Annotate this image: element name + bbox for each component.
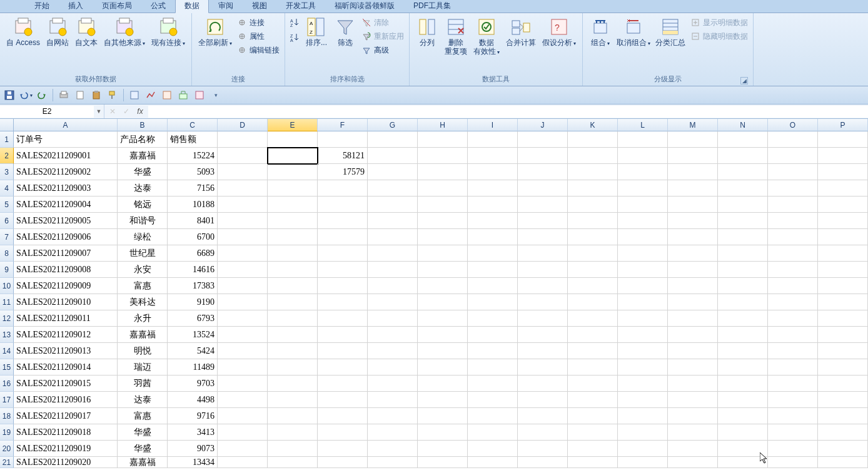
cell-E6[interactable] (268, 213, 318, 229)
tab-开发工具[interactable]: 开发工具 (276, 0, 325, 13)
cell-N9[interactable] (718, 262, 768, 278)
cell-H9[interactable] (418, 262, 468, 278)
cell-I8[interactable] (468, 245, 518, 262)
row-header-14[interactable]: 14 (0, 343, 14, 359)
cell-N20[interactable] (718, 441, 768, 457)
new-button[interactable] (73, 88, 87, 102)
cell-A21[interactable]: SALES20211209020 (14, 457, 118, 468)
cell-P8[interactable] (818, 245, 868, 262)
cell-G20[interactable] (368, 441, 418, 457)
cell-N6[interactable] (718, 213, 768, 229)
cell-P20[interactable] (818, 441, 868, 457)
cell-N5[interactable] (718, 197, 768, 213)
cell-L21[interactable] (618, 457, 668, 468)
cell-P21[interactable] (818, 457, 868, 468)
cell-B11[interactable]: 美科达 (118, 294, 168, 310)
cell-E19[interactable] (268, 424, 318, 441)
cell-P19[interactable] (818, 424, 868, 441)
col-header-O[interactable]: O (768, 119, 818, 131)
cell-H13[interactable] (418, 327, 468, 343)
cell-O6[interactable] (768, 213, 818, 229)
cell-E10[interactable] (268, 278, 318, 294)
cell-K13[interactable] (568, 327, 618, 343)
cell-F9[interactable] (318, 262, 368, 278)
datatool-0[interactable]: 分列 (413, 16, 441, 48)
cell-K3[interactable] (568, 164, 618, 180)
cell-J20[interactable] (518, 441, 568, 457)
cell-I4[interactable] (468, 180, 518, 197)
cell-H7[interactable] (418, 229, 468, 245)
cell-J17[interactable] (518, 392, 568, 408)
datatool-3[interactable]: 合并计算 (503, 16, 538, 48)
cell-H3[interactable] (418, 164, 468, 180)
name-box-dropdown[interactable]: ▼ (94, 108, 104, 115)
cell-F7[interactable] (318, 229, 368, 245)
cell-I6[interactable] (468, 213, 518, 229)
cell-P9[interactable] (818, 262, 868, 278)
cell-N2[interactable] (718, 148, 768, 164)
col-header-J[interactable]: J (518, 119, 568, 131)
tab-页面布局[interactable]: 页面布局 (93, 0, 141, 13)
cell-N19[interactable] (718, 424, 768, 441)
cell-M4[interactable] (668, 180, 718, 197)
cell-D17[interactable] (218, 392, 268, 408)
cell-K11[interactable] (568, 294, 618, 310)
cell-N4[interactable] (718, 180, 768, 197)
cell-H17[interactable] (418, 392, 468, 408)
ext-data-4[interactable]: 现有连接▾ (149, 16, 188, 49)
cell-K18[interactable] (568, 408, 618, 424)
cell-K10[interactable] (568, 278, 618, 294)
cell-B1[interactable]: 产品名称 (118, 131, 168, 148)
cell-F2[interactable]: 58121 (318, 148, 368, 164)
cell-E18[interactable] (268, 408, 318, 424)
cell-F19[interactable] (318, 424, 368, 441)
qat-button-3[interactable] (160, 88, 174, 102)
cell-M11[interactable] (668, 294, 718, 310)
cell-L3[interactable] (618, 164, 668, 180)
cell-A8[interactable]: SALES20211209007 (14, 245, 118, 262)
cell-I21[interactable] (468, 457, 518, 468)
cell-L11[interactable] (618, 294, 668, 310)
cell-P10[interactable] (818, 278, 868, 294)
row-header-16[interactable]: 16 (0, 375, 14, 392)
cell-L6[interactable] (618, 213, 668, 229)
cell-F8[interactable] (318, 245, 368, 262)
ext-data-0[interactable]: 自 Access (4, 16, 43, 48)
cell-G14[interactable] (368, 343, 418, 359)
cell-M9[interactable] (668, 262, 718, 278)
qat-button-2[interactable] (144, 88, 158, 102)
cell-E4[interactable] (268, 180, 318, 197)
cell-E16[interactable] (268, 375, 318, 392)
cell-J6[interactable] (518, 213, 568, 229)
cell-I15[interactable] (468, 359, 518, 375)
cell-H8[interactable] (418, 245, 468, 262)
row-header-13[interactable]: 13 (0, 327, 14, 343)
cell-B8[interactable]: 世纪星 (118, 245, 168, 262)
cell-F6[interactable] (318, 213, 368, 229)
cell-B16[interactable]: 羽茜 (118, 375, 168, 392)
cell-M20[interactable] (668, 441, 718, 457)
cell-I20[interactable] (468, 441, 518, 457)
cell-E2[interactable] (268, 148, 318, 164)
cell-D2[interactable] (218, 148, 268, 164)
cell-E15[interactable] (268, 359, 318, 375)
cell-K14[interactable] (568, 343, 618, 359)
cell-B3[interactable]: 华盛 (118, 164, 168, 180)
cell-J1[interactable] (518, 131, 568, 148)
tab-视图[interactable]: 视图 (243, 0, 276, 13)
cell-I18[interactable] (468, 408, 518, 424)
cell-H2[interactable] (418, 148, 468, 164)
cell-H14[interactable] (418, 343, 468, 359)
tab-PDF工具集[interactable]: PDF工具集 (404, 0, 460, 13)
cell-F16[interactable] (318, 375, 368, 392)
cell-I16[interactable] (468, 375, 518, 392)
cell-L15[interactable] (618, 359, 668, 375)
cell-L12[interactable] (618, 310, 668, 327)
cell-B9[interactable]: 永安 (118, 262, 168, 278)
cell-C15[interactable]: 11489 (168, 359, 218, 375)
cell-I11[interactable] (468, 294, 518, 310)
cell-O14[interactable] (768, 343, 818, 359)
paste-button[interactable] (89, 88, 103, 102)
cell-K6[interactable] (568, 213, 618, 229)
cell-F5[interactable] (318, 197, 368, 213)
